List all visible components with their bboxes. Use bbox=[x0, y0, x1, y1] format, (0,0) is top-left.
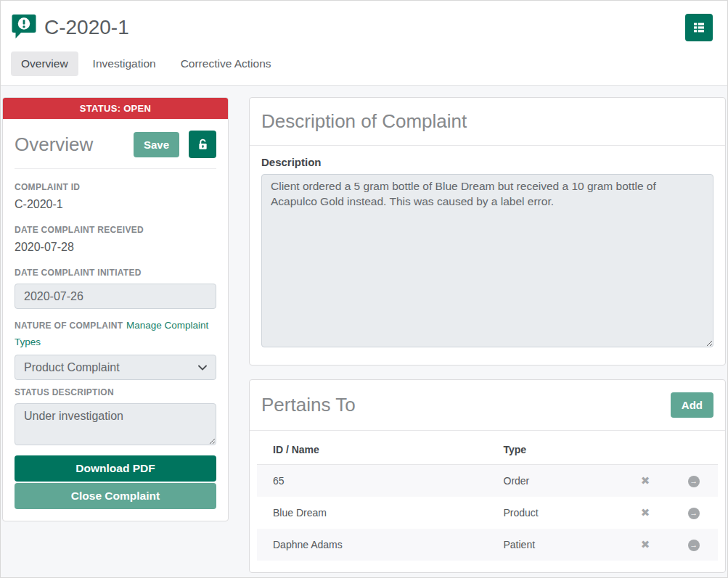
description-of-complaint-card: Description of Complaint Description Cli… bbox=[249, 97, 726, 366]
record-list-button[interactable] bbox=[685, 14, 713, 41]
tab-corrective-actions[interactable]: Corrective Actions bbox=[171, 51, 282, 76]
tab-investigation[interactable]: Investigation bbox=[83, 51, 166, 76]
status-description-label: STATUS DESCRIPTION bbox=[15, 387, 216, 397]
row-type: Order bbox=[488, 465, 621, 498]
arrow-circle-right-icon[interactable]: → bbox=[688, 540, 700, 551]
row-id-name: Daphne Adams bbox=[257, 529, 488, 561]
remove-icon[interactable]: ✖ bbox=[641, 538, 650, 550]
table-row: 65 Order ✖ → bbox=[257, 465, 718, 498]
complaint-page: C-2020-1 Overview Investigation Correcti… bbox=[0, 0, 728, 578]
tab-overview[interactable]: Overview bbox=[11, 51, 78, 76]
divider bbox=[15, 168, 216, 169]
table-row: Daphne Adams Patient ✖ → bbox=[257, 529, 718, 561]
row-type: Patient bbox=[488, 529, 621, 561]
row-id-name: Blue Dream bbox=[257, 497, 488, 529]
remove-icon[interactable]: ✖ bbox=[641, 474, 650, 487]
complaint-id-label: COMPLAINT ID bbox=[15, 182, 216, 192]
pertains-card-title: Pertains To bbox=[261, 394, 356, 416]
status-banner: STATUS: OPEN bbox=[3, 98, 228, 119]
pertains-to-card: Pertains To Add ID / Name Type bbox=[249, 379, 726, 573]
lock-button[interactable] bbox=[189, 131, 216, 158]
status-description-textarea[interactable]: Under investigation bbox=[15, 403, 216, 445]
arrow-circle-right-icon[interactable]: → bbox=[688, 476, 700, 487]
date-initiated-label: DATE COMPLAINT INITIATED bbox=[15, 268, 216, 278]
table-header-row: ID / Name Type bbox=[257, 434, 718, 465]
table-row: Blue Dream Product ✖ → bbox=[257, 497, 718, 529]
save-button[interactable]: Save bbox=[134, 132, 179, 157]
date-received-value: 2020-07-28 bbox=[15, 241, 216, 254]
tab-bar: Overview Investigation Corrective Action… bbox=[11, 51, 713, 76]
col-id-name: ID / Name bbox=[257, 434, 488, 465]
description-textarea[interactable]: Client ordered a 5 gram bottle of Blue D… bbox=[261, 174, 713, 347]
nature-of-complaint-select[interactable]: Product Complaint bbox=[15, 355, 216, 380]
chevron-down-icon bbox=[198, 365, 207, 371]
row-id-name: 65 bbox=[257, 465, 488, 498]
date-initiated-input[interactable] bbox=[15, 284, 216, 309]
page-title: C-2020-1 bbox=[44, 16, 129, 39]
arrow-circle-right-icon[interactable]: → bbox=[688, 508, 700, 519]
description-field-label: Description bbox=[261, 156, 713, 168]
nature-of-complaint-label: NATURE OF COMPLAINT bbox=[15, 321, 123, 331]
col-type: Type bbox=[488, 434, 621, 465]
overview-sidebar-card: STATUS: OPEN Overview Save bbox=[2, 97, 229, 521]
complaint-id-value: C-2020-1 bbox=[15, 198, 216, 211]
pertains-table: ID / Name Type 65 Order ✖ → Blue Dream P… bbox=[257, 434, 718, 561]
unlock-icon bbox=[196, 138, 210, 152]
sidebar-heading: Overview bbox=[15, 133, 134, 156]
close-complaint-button[interactable]: Close Complaint bbox=[15, 483, 216, 509]
download-pdf-button[interactable]: Download PDF bbox=[15, 455, 216, 482]
pertains-table-body: 65 Order ✖ → Blue Dream Product ✖ → Daph… bbox=[257, 465, 718, 561]
nature-selected-value: Product Complaint bbox=[24, 361, 120, 374]
date-received-label: DATE COMPLAINT RECEIVED bbox=[15, 225, 216, 235]
add-button[interactable]: Add bbox=[671, 392, 713, 418]
row-type: Product bbox=[488, 497, 621, 529]
th-list-icon bbox=[692, 20, 706, 35]
page-header: C-2020-1 Overview Investigation Correcti… bbox=[1, 1, 727, 86]
description-card-title: Description of Complaint bbox=[261, 110, 467, 133]
comment-exclamation-icon bbox=[11, 12, 37, 43]
remove-icon[interactable]: ✖ bbox=[641, 506, 650, 519]
